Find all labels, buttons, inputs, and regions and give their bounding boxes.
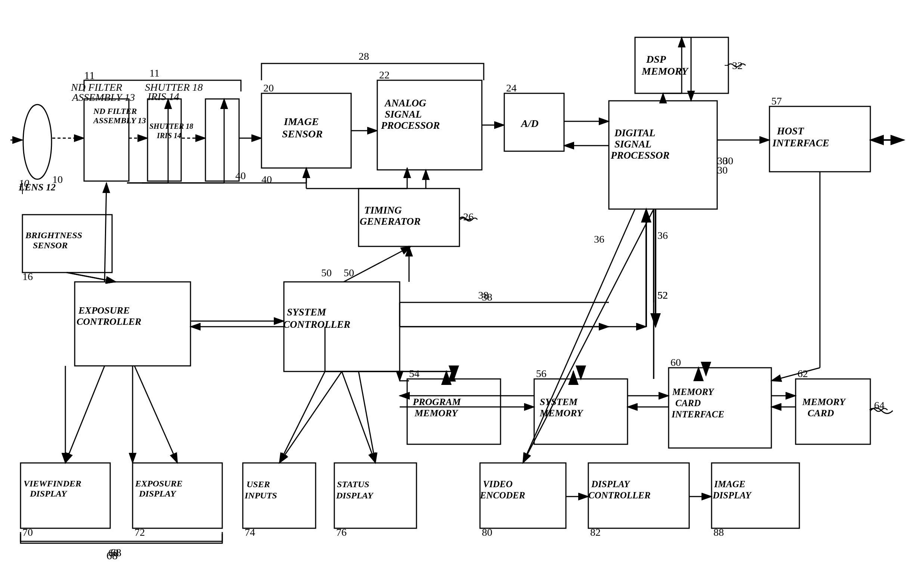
svg-rect-32 — [407, 379, 501, 444]
svg-text:64: 64 — [874, 400, 885, 411]
svg-line-190 — [66, 366, 105, 463]
svg-text:DISPLAY: DISPLAY — [591, 479, 631, 489]
svg-text:50: 50 — [344, 267, 354, 278]
svg-text:PROGRAM: PROGRAM — [412, 396, 461, 407]
svg-text:DISPLAY: DISPLAY — [712, 490, 752, 500]
svg-rect-22 — [359, 188, 460, 246]
svg-text:ND FILTER: ND FILTER — [71, 81, 122, 93]
diagram: 10 20 22 24 32 — [0, 0, 923, 588]
svg-text:MEMORY: MEMORY — [414, 408, 458, 419]
svg-text:CONTROLLER: CONTROLLER — [283, 319, 350, 330]
svg-text:72: 72 — [135, 526, 145, 538]
svg-text:INTERFACE: INTERFACE — [671, 409, 724, 419]
svg-text:30: 30 — [717, 155, 728, 167]
svg-text:DISPLAY: DISPLAY — [336, 491, 374, 500]
svg-text:EXPOSURE: EXPOSURE — [78, 305, 130, 316]
svg-text:VIEWFINDER: VIEWFINDER — [23, 478, 81, 488]
svg-text:22: 22 — [379, 69, 389, 81]
svg-text:LENS 12: LENS 12 — [18, 182, 56, 193]
svg-text:30: 30 — [717, 164, 728, 176]
svg-text:57: 57 — [771, 95, 782, 107]
svg-text:SIGNAL: SIGNAL — [614, 139, 652, 150]
svg-rect-34 — [534, 379, 627, 444]
svg-text:DISPLAY: DISPLAY — [139, 489, 177, 498]
svg-line-193 — [359, 372, 375, 463]
svg-text:CARD: CARD — [808, 408, 834, 419]
svg-text:ANALOG: ANALOG — [384, 97, 427, 109]
svg-rect-43 — [133, 463, 222, 528]
svg-line-112 — [523, 209, 654, 463]
svg-rect-15 — [377, 80, 482, 170]
svg-text:52: 52 — [657, 289, 668, 301]
svg-text:76: 76 — [336, 526, 347, 538]
svg-text:30: 30 — [723, 155, 733, 167]
svg-rect-6 — [84, 99, 129, 181]
svg-text:INTERFACE: INTERFACE — [772, 138, 829, 149]
svg-rect-12 — [261, 93, 351, 168]
svg-text:88: 88 — [713, 526, 724, 538]
svg-text:IMAGE: IMAGE — [714, 479, 745, 489]
svg-text:24: 24 — [506, 82, 517, 94]
svg-text:PROCESSOR: PROCESSOR — [381, 120, 440, 131]
svg-text:INPUTS: INPUTS — [244, 491, 277, 500]
svg-rect-26 — [769, 106, 870, 172]
svg-line-111 — [342, 372, 375, 463]
svg-text:20: 20 — [263, 82, 274, 94]
svg-rect-51 — [588, 463, 689, 528]
svg-text:SYSTEM: SYSTEM — [287, 306, 327, 318]
svg-text:MEMORY: MEMORY — [539, 408, 583, 419]
svg-text:74: 74 — [245, 526, 255, 538]
svg-text:HOST: HOST — [777, 125, 805, 137]
svg-line-56 — [67, 272, 116, 282]
svg-rect-45 — [243, 463, 315, 528]
svg-text:52: 52 — [657, 289, 668, 301]
svg-text:68: 68 — [108, 547, 119, 559]
svg-text:11: 11 — [149, 67, 159, 79]
svg-rect-47 — [334, 463, 417, 528]
svg-text:SYSTEM: SYSTEM — [540, 396, 578, 407]
svg-text:38: 38 — [478, 289, 489, 301]
svg-text:60: 60 — [670, 357, 681, 368]
svg-text:10: 10 — [19, 177, 29, 189]
svg-text:80: 80 — [482, 526, 492, 538]
svg-text:SENSOR: SENSOR — [282, 128, 323, 140]
svg-rect-36 — [668, 368, 771, 448]
svg-text:38: 38 — [482, 291, 492, 303]
svg-text:50: 50 — [321, 267, 332, 278]
svg-text:IRIS 14: IRIS 14 — [147, 91, 179, 102]
svg-text:DISPLAY: DISPLAY — [30, 489, 67, 498]
svg-text:ENCODER: ENCODER — [480, 490, 525, 500]
svg-text:ASSEMBLY 13: ASSEMBLY 13 — [71, 92, 135, 103]
svg-text:ASSEMBLY 13: ASSEMBLY 13 — [93, 116, 146, 125]
svg-line-107 — [771, 368, 820, 381]
svg-text:DIGITAL: DIGITAL — [614, 127, 655, 139]
svg-rect-18 — [504, 93, 564, 151]
svg-rect-28 — [22, 215, 112, 272]
svg-line-196 — [66, 272, 116, 282]
svg-line-192 — [279, 372, 342, 463]
svg-text:16: 16 — [22, 271, 33, 282]
svg-point-3 — [23, 105, 51, 179]
svg-text:36: 36 — [657, 229, 668, 241]
svg-text:26: 26 — [463, 211, 474, 223]
svg-rect-38 — [796, 379, 870, 444]
svg-text:68: 68 — [110, 546, 122, 559]
svg-rect-53 — [711, 463, 799, 528]
svg-rect-24 — [609, 101, 717, 209]
svg-rect-49 — [480, 463, 566, 528]
svg-text:82: 82 — [590, 526, 601, 538]
svg-text:A/D: A/D — [520, 118, 539, 129]
svg-text:PROCESSOR: PROCESSOR — [610, 150, 670, 161]
svg-text:SENSOR: SENSOR — [33, 241, 67, 250]
svg-text:SHUTTER 18: SHUTTER 18 — [145, 81, 203, 93]
svg-rect-8 — [148, 99, 181, 181]
svg-text:MEMORY: MEMORY — [802, 396, 846, 407]
svg-text:68: 68 — [107, 549, 118, 562]
svg-text:10: 10 — [52, 174, 63, 185]
svg-text:USER: USER — [246, 479, 270, 489]
svg-text:DSP: DSP — [646, 53, 667, 65]
svg-text:40: 40 — [261, 174, 272, 185]
svg-text:54: 54 — [409, 368, 419, 379]
svg-text:62: 62 — [798, 368, 808, 379]
svg-line-194 — [523, 209, 635, 463]
